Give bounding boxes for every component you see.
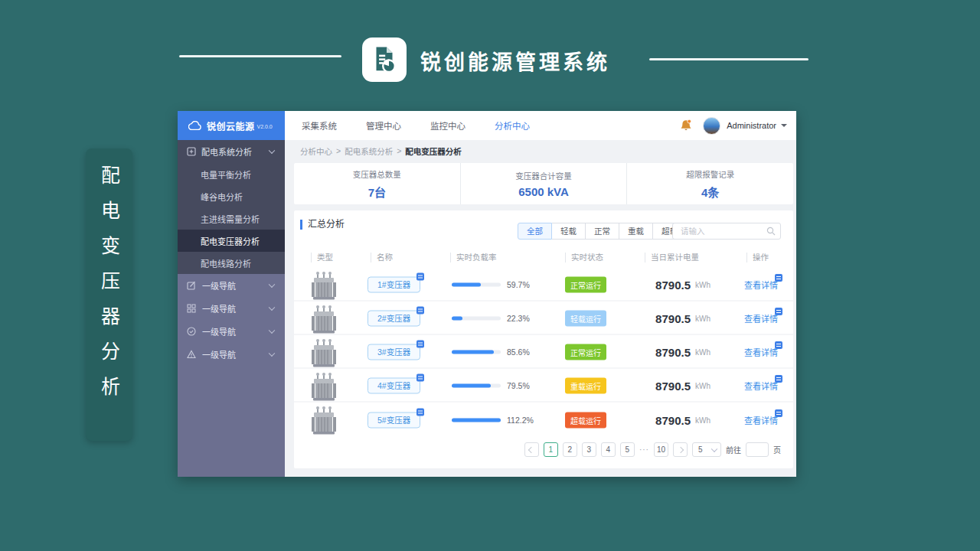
load-progress-fill (452, 384, 491, 388)
sidebar-item-label: 配电变压器分析 (201, 235, 260, 247)
filter-light-button[interactable]: 轻载 (552, 223, 586, 240)
sidebar-item-energy-balance[interactable]: 电量平衡分析 (178, 163, 285, 185)
page-size-select[interactable]: 5 (692, 442, 721, 457)
sidebar-item-main-line-demand[interactable]: 主进线需量分析 (178, 207, 285, 230)
filter-heavy-button[interactable]: 重载 (619, 223, 653, 240)
sidebar-item-transformer-analysis[interactable]: 配电变压器分析 (178, 230, 285, 252)
energy-unit: kWh (695, 416, 710, 425)
page-button-1[interactable]: 1 (544, 442, 558, 457)
header-left-divider (179, 55, 341, 57)
user-avatar[interactable] (703, 117, 720, 135)
load-percent: 59.7% (507, 280, 530, 289)
top-nav-analysis[interactable]: 分析中心 (495, 119, 530, 132)
sidebar-item-label: 一级导航 (202, 279, 236, 292)
sidebar-item-nav-4[interactable]: 一级导航 (178, 343, 285, 366)
energy-unit: kWh (695, 281, 710, 289)
page-button-10[interactable]: 10 (654, 442, 668, 457)
page-button-3[interactable]: 3 (582, 442, 596, 457)
status-badge: 重载运行 (565, 378, 606, 394)
load-progress (452, 283, 501, 287)
header-right-divider (649, 58, 808, 60)
search-icon[interactable] (766, 227, 776, 236)
view-details-label: 查看详情 (744, 315, 778, 324)
goto-label: 前往 (726, 444, 741, 455)
col-header-type: 类型 (311, 253, 333, 262)
view-details-label: 查看详情 (744, 416, 778, 425)
detail-list-icon (775, 375, 782, 383)
stat-value: 7台 (368, 184, 386, 200)
transformer-image (309, 405, 338, 435)
sidebar-item-label: 配电系统分析 (201, 145, 252, 158)
stat-transformer-count: 变压器总数量 7台 (294, 163, 460, 204)
transformer-image (309, 304, 338, 334)
view-details-link[interactable]: 查看详情 (744, 312, 778, 324)
sidebar-item-nav-1[interactable]: 一级导航 (178, 274, 285, 297)
grid-icon (187, 304, 196, 313)
chevron-down-icon (269, 282, 275, 288)
view-details-link[interactable]: 查看详情 (744, 279, 778, 291)
search-box (672, 223, 781, 240)
sidebar-item-nav-2[interactable]: 一级导航 (178, 297, 285, 320)
energy-value: 8790.5 (623, 312, 691, 325)
filter-normal-button[interactable]: 正常 (586, 223, 619, 240)
page-button-5[interactable]: 5 (620, 442, 635, 457)
caret-down-icon[interactable] (781, 124, 787, 130)
transformer-name-button[interactable]: 3#变压器 (368, 344, 420, 360)
transformer-name: 3#变压器 (377, 347, 410, 357)
transformer-name: 1#变压器 (377, 280, 410, 289)
view-details-link[interactable]: 查看详情 (744, 380, 778, 392)
table-row: 1#变压器 59.7% 正常运行 8790.5 kWh 查看详情 (294, 269, 793, 302)
chevron-down-icon (269, 148, 275, 154)
transformer-name-button[interactable]: 4#变压器 (368, 378, 420, 394)
sidebar-item-line-analysis[interactable]: 配电线路分析 (178, 252, 285, 274)
load-progress (452, 384, 501, 388)
vertical-banner-text: 配电变压器分析 (96, 148, 123, 441)
filter-all-button[interactable]: 全部 (518, 223, 552, 240)
sidebar-item-peak-valley[interactable]: 峰谷电分析 (178, 185, 285, 207)
detail-list-icon (416, 374, 424, 382)
transformer-name-button[interactable]: 2#变压器 (368, 311, 420, 327)
detail-list-icon (416, 409, 424, 416)
stat-value: 4条 (701, 184, 719, 200)
col-header-energy: 当日累计电量 (645, 253, 699, 262)
table-row: 5#变压器 112.2% 超载运行 8790.5 kWh 查看详情 (294, 404, 793, 436)
page: 锐创能源管理系统 配电变压器分析 锐创云能源 V2.0.0 配 (0, 0, 980, 551)
chevron-right-icon (677, 447, 683, 453)
sidebar-item-power-system-analysis[interactable]: 配电系统分析 (178, 140, 285, 163)
col-header-action: 操作 (746, 253, 769, 262)
breadcrumb-item[interactable]: 分析中心 (300, 145, 332, 157)
energy-value: 8790.5 (623, 279, 691, 292)
view-details-link[interactable]: 查看详情 (744, 346, 778, 358)
next-page-button[interactable] (673, 442, 688, 457)
prev-page-button[interactable] (524, 442, 539, 457)
goto-page-input[interactable] (746, 442, 769, 457)
load-progress-fill (452, 317, 462, 321)
notification-bell-icon[interactable] (680, 119, 692, 132)
sidebar-item-label: 一级导航 (202, 348, 236, 360)
page-button-2[interactable]: 2 (563, 442, 577, 457)
view-details-link[interactable]: 查看详情 (744, 414, 778, 426)
detail-list-icon (775, 308, 782, 315)
transformer-name-button[interactable]: 5#变压器 (368, 412, 420, 429)
top-nav-monitor[interactable]: 监控中心 (430, 119, 466, 132)
page-button-4[interactable]: 4 (601, 442, 616, 457)
sidebar-item-nav-3[interactable]: 一级导航 (178, 320, 285, 343)
transformer-name-button[interactable]: 1#变压器 (368, 277, 420, 293)
detail-list-icon (775, 409, 782, 417)
chevron-down-icon (269, 350, 275, 357)
stat-alarm-records: 超限报警记录 4条 (626, 163, 793, 204)
search-input[interactable] (679, 224, 763, 238)
user-name[interactable]: Administrator (727, 121, 776, 130)
page-ellipsis[interactable]: ··· (639, 445, 649, 454)
sidebar-item-label: 配电线路分析 (201, 257, 251, 269)
summary-card: 汇总分析 全部 轻载 正常 重载 超载 类型 (294, 210, 793, 468)
vertical-banner: 配电变压器分析 (86, 148, 132, 441)
document-sync-icon (371, 45, 398, 74)
breadcrumb-item[interactable]: 配电系统分析 (345, 145, 393, 157)
page-unit-label: 页 (773, 444, 781, 455)
top-nav-collect[interactable]: 采集系统 (302, 119, 337, 132)
detail-list-icon (416, 341, 424, 348)
top-nav-manage[interactable]: 管理中心 (366, 119, 401, 132)
chevron-down-icon (711, 445, 717, 452)
energy-unit: kWh (695, 315, 710, 323)
